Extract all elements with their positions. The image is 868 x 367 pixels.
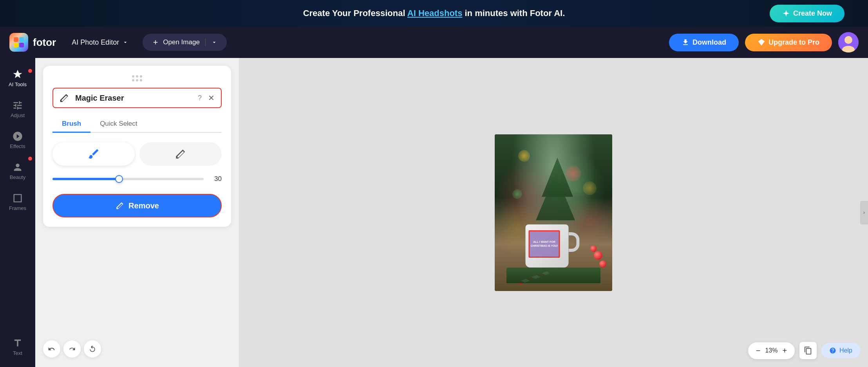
svg-rect-3 [19,43,24,47]
zoom-value: 13% [765,347,778,354]
svg-rect-0 [14,37,18,42]
undo-icon [48,345,56,353]
header-right: Download Upgrade to Pro [669,32,859,52]
redo-button[interactable] [63,340,81,358]
left-sidebar: AI Tools Adjust Effects Beauty Frames Te… [0,58,35,367]
coffee-mug: ALL I WANT FOR CHRISTMAS IS YOU! [526,224,577,268]
svg-rect-2 [14,43,18,47]
remove-button[interactable]: Remove [52,194,222,217]
frames-icon [12,193,23,204]
svg-point-5 [844,36,852,44]
open-image-button[interactable]: Open Image [143,34,227,51]
zoom-out-button[interactable]: − [756,346,761,355]
mug-selection-box [529,230,560,258]
eraser-brush-icon [174,148,187,160]
right-panel-toggle[interactable] [860,201,868,224]
logo-area: fotor [9,33,56,52]
sidebar-item-text[interactable]: Text [2,333,33,361]
remove-label: Remove [128,201,159,210]
banner-text-before: Create Your Professional [303,8,407,18]
sidebar-item-beauty[interactable]: Beauty [2,157,33,185]
ai-photo-editor-dropdown[interactable]: AI Photo Editor [72,38,128,47]
avatar[interactable] [838,32,859,52]
eraser-icon [59,92,70,103]
help-tooltip-icon[interactable]: ? [198,94,202,102]
open-image-label: Open Image [163,38,200,46]
banner-highlight: AI Headshots [407,8,463,18]
create-now-label: Create Now [793,9,832,18]
create-now-button[interactable]: Create Now [770,5,844,22]
text-icon [12,338,23,349]
close-panel-button[interactable]: ✕ [206,92,216,104]
sidebar-item-frames[interactable]: Frames [2,188,33,216]
sparkle-icon [782,9,790,17]
photo-container: ALL I WANT FOR CHRISTMAS IS YOU! [495,134,612,291]
sidebar-item-effects[interactable]: Effects [2,126,33,154]
photo-background: ALL I WANT FOR CHRISTMAS IS YOU! [495,134,612,291]
tab-quick-select[interactable]: Quick Select [90,116,146,133]
copy-icon [804,346,812,355]
logo-text: fotor [33,36,56,49]
bokeh-circle-2 [565,166,581,181]
paint-brush-icon [87,148,100,160]
remove-icon [115,201,125,210]
tool-tabs: Brush Quick Select [52,116,222,133]
brush-option-paint[interactable] [52,142,135,166]
drag-handle[interactable] [52,75,222,81]
pine-branch [506,268,600,283]
brush-size-track[interactable] [52,178,204,180]
reset-button[interactable] [84,340,101,358]
canvas-area: ALL I WANT FOR CHRISTMAS IS YOU! [239,58,868,367]
tab-brush[interactable]: Brush [52,116,90,133]
fotor-logo-icon [13,36,25,48]
sidebar-item-label-effects: Effects [10,143,25,149]
ornament-1 [594,251,602,260]
tab-quick-select-label: Quick Select [100,120,137,127]
brush-option-eraser[interactable] [139,142,222,166]
header: fotor AI Photo Editor Open Image Downloa… [0,27,868,58]
adjust-icon [12,100,23,111]
sidebar-item-label-ai-tools: AI Tools [9,81,27,87]
sidebar-item-label-adjust: Adjust [11,112,25,118]
ai-tools-notification-dot [28,69,32,73]
upgrade-button[interactable]: Upgrade to Pro [745,34,832,51]
magic-eraser-title: Magic Eraser [75,94,193,103]
beauty-notification-dot [28,157,32,161]
user-avatar-image [838,32,859,52]
slider-fill [52,178,121,180]
chevron-right-icon [862,210,866,215]
magic-eraser-header: Magic Eraser ? ✕ [52,88,222,108]
copy-button[interactable] [799,342,817,359]
zoom-in-button[interactable]: + [782,346,787,355]
ornament-3 [590,246,597,252]
sidebar-item-adjust[interactable]: Adjust [2,95,33,123]
canvas-bottom-bar: − 13% + Help [748,342,860,359]
undo-button[interactable] [43,340,60,358]
question-circle-icon [829,347,836,354]
sidebar-item-ai-tools[interactable]: AI Tools [2,64,33,92]
download-button[interactable]: Download [669,34,739,51]
tab-brush-label: Brush [62,120,81,127]
chevron-down-icon-open [211,39,217,45]
redo-icon [68,345,76,353]
brush-size-value: 30 [210,175,222,183]
brush-options [52,142,222,166]
help-button[interactable]: Help [821,343,860,358]
main-area: AI Tools Adjust Effects Beauty Frames Te… [0,58,868,367]
slider-thumb[interactable] [115,175,123,183]
ornament-2 [599,260,606,268]
sidebar-item-label-beauty: Beauty [10,174,25,180]
sidebar-item-label-frames: Frames [9,205,26,211]
svg-rect-1 [19,37,24,42]
drag-dots [132,75,142,81]
brush-size-slider-row: 30 [52,175,222,183]
chevron-down-icon [122,39,128,45]
banner-text: Create Your Professional AI Headshots in… [303,8,565,18]
bokeh-circle-3 [512,189,522,199]
banner-text-after: in minutes with Fotor AI. [462,8,565,18]
divider [205,38,206,46]
ai-photo-editor-label: AI Photo Editor [72,38,119,47]
upgrade-label: Upgrade to Pro [769,38,819,47]
diamond-icon [758,38,765,46]
svg-point-7 [16,164,19,167]
